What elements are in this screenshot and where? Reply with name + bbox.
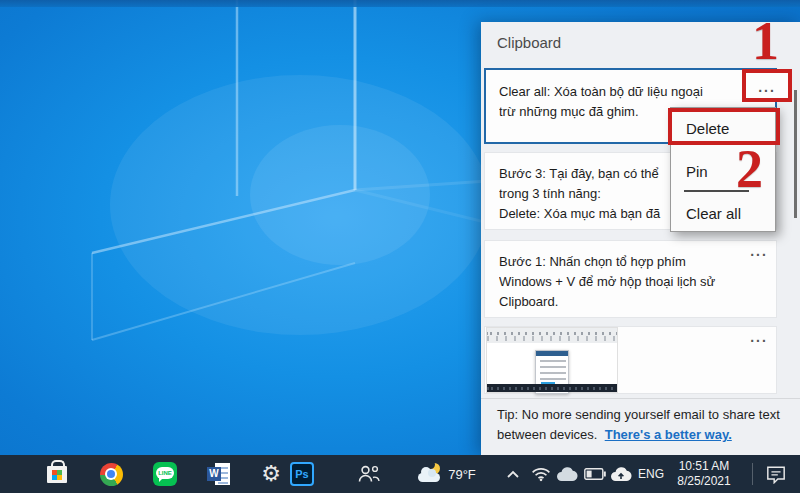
battery-glyph	[584, 468, 606, 480]
photoshop-icon[interactable]: Ps	[283, 455, 321, 493]
thumbnail-dialog-text-lines	[540, 360, 566, 382]
store-bag-shape	[47, 466, 67, 483]
onedrive-cloud-icon[interactable]	[554, 455, 580, 493]
weather-widget[interactable]: 79°F	[412, 455, 482, 493]
chrome-icon[interactable]	[92, 455, 130, 493]
action-center-icon[interactable]	[757, 455, 795, 493]
context-menu-clear-all[interactable]: Clear all	[671, 193, 775, 233]
people-glyph	[356, 464, 382, 484]
tip-text: Tip: No more sending yourself email to s…	[497, 405, 787, 445]
wallpaper-top-edge	[0, 0, 800, 7]
tip-divider	[481, 398, 800, 399]
clipboard-item-3[interactable]: Bước 1: Nhấn chọn tổ hợp phím Windows + …	[484, 240, 777, 318]
clipboard-item-4-thumbnail	[486, 327, 618, 393]
microsoft-store-icon[interactable]	[38, 455, 76, 493]
cloud-upload-glyph	[610, 467, 632, 482]
clipboard-panel-title: Clipboard	[497, 34, 561, 51]
thumbnail-dialog-titlebar	[536, 351, 568, 356]
clipboard-item-4-menu-button[interactable]: ...	[744, 333, 774, 341]
battery-icon[interactable]	[581, 455, 609, 493]
annotation-number-2: 2	[736, 142, 763, 196]
clock-tray[interactable]: 10:51 AM 8/25/2021	[662, 455, 746, 493]
tray-date: 8/25/2021	[677, 474, 730, 489]
thumbnail-taskbar-strip	[487, 384, 617, 392]
temperature-label: 79°F	[448, 467, 476, 482]
clipboard-item-3-line2: Windows + V để mở hộp thoại lịch sử	[499, 272, 762, 292]
photoshop-logo-shape: Ps	[290, 462, 314, 486]
clipboard-item-3-line3: Clipboard.	[499, 292, 762, 312]
annotation-number-1: 1	[752, 14, 779, 68]
clipboard-item-1-menu-button[interactable]: ...	[752, 83, 782, 91]
weather-cloud-moon-icon	[418, 466, 442, 482]
word-icon[interactable]: W	[200, 455, 238, 493]
tray-time: 10:51 AM	[679, 459, 730, 474]
line-app-icon[interactable]: LINE	[146, 455, 184, 493]
clipboard-item-3-line1: Bước 1: Nhấn chọn tổ hợp phím	[499, 252, 762, 272]
people-icon[interactable]	[350, 455, 388, 493]
word-letter-badge: W	[207, 467, 221, 481]
tip-line1: Tip: No more sending yourself email to s…	[497, 407, 755, 422]
action-center-glyph	[766, 465, 786, 484]
word-logo-shape: W	[207, 462, 231, 486]
chevron-up-glyph	[506, 470, 520, 479]
annotation-box-step1: ...	[742, 69, 792, 102]
thumbnail-ribbon-row2	[487, 336, 617, 341]
panel-scrollbar-thumb[interactable]	[794, 90, 797, 218]
wifi-icon[interactable]	[528, 455, 554, 493]
wifi-glyph	[531, 466, 551, 482]
line-logo-shape: LINE	[153, 462, 177, 486]
taskbar: LINE W ⚙ Ps 79°F	[0, 455, 800, 493]
better-way-link[interactable]: There's a better way.	[605, 427, 732, 442]
cloud-shape	[418, 473, 440, 482]
line-speech-bubble: LINE	[156, 467, 174, 479]
chrome-logo-shape	[100, 463, 123, 486]
windows-logo-grid	[52, 470, 62, 480]
tray-separator	[752, 463, 753, 485]
clipboard-item-1-line1: Clear all: Xóa toàn bộ dữ liệu ngoại	[499, 82, 762, 102]
clipboard-item-3-menu-button[interactable]: ...	[744, 247, 774, 255]
onedrive-sync-cloud-icon[interactable]	[608, 455, 634, 493]
cloud-glyph	[556, 467, 578, 482]
show-hidden-icons-chevron[interactable]	[500, 455, 526, 493]
